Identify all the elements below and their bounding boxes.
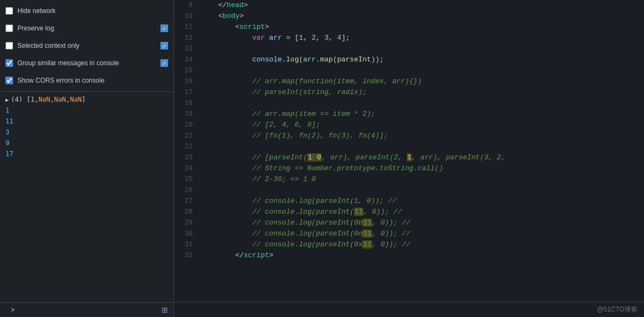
- hide-network-checkbox[interactable]: [5, 7, 13, 15]
- console-num-1: 1: [0, 105, 174, 116]
- array-toggle-arrow[interactable]: ▶: [5, 97, 9, 103]
- console-num-17: 17: [0, 148, 174, 159]
- code-line-17: 17 // parseInt(string, radix);: [174, 87, 644, 98]
- watermark: @51CTO博客: [597, 305, 637, 314]
- console-num-3: 3: [0, 127, 174, 138]
- console-num-11: 11: [0, 116, 174, 127]
- array-val-1: 1: [30, 96, 34, 103]
- code-line-14: 14 console.log(arr.map(parseInt));: [174, 54, 644, 65]
- expand-button[interactable]: >: [5, 305, 20, 315]
- code-line-10: 10 <body>: [174, 11, 644, 22]
- show-cors-checkbox[interactable]: [5, 77, 13, 84]
- code-line-15: 15: [174, 65, 644, 76]
- selected-context-checkbox[interactable]: [5, 42, 13, 49]
- code-line-9: 9 </head>: [174, 0, 644, 11]
- code-line-18: 18: [174, 98, 644, 109]
- line-num-23: 23: [174, 152, 201, 163]
- code-line-13: 13: [174, 43, 644, 54]
- preserve-log-row: Preserve log ✓: [0, 20, 174, 37]
- hide-network-row: Hide network: [0, 2, 174, 20]
- right-panel: 9 </head> 10 <body> 11 <script> 12 var a…: [174, 0, 644, 317]
- code-line-31: 31 // console.log(parseInt(0x11, 0)); //: [174, 239, 644, 250]
- code-line-29: 29 // console.log(parseInt(0b11, 0)); //: [174, 217, 644, 228]
- selected-context-label: Selected context only: [17, 42, 79, 49]
- left-panel: Hide network Preserve log ✓ Selected con…: [0, 0, 174, 317]
- selected-context-blue-indicator: ✓: [160, 42, 168, 49]
- console-output: ▶ (4) [1, NaN, NaN, NaN] 1 11 3 9 17: [0, 92, 174, 302]
- code-line-32: 32 </script>: [174, 250, 644, 261]
- console-num-9: 9: [0, 138, 174, 148]
- code-line-27: 27 // console.log(parseInt(1, 0)); //: [174, 196, 644, 207]
- array-val-4: NaN: [70, 96, 82, 103]
- array-label: (4) [: [11, 96, 30, 103]
- group-similar-label: Group similar messages in console: [17, 59, 119, 67]
- code-line-24: 24 // String => Number.prototype.toStrin…: [174, 163, 644, 174]
- code-line-21: 21 // [fn(1), fn(2), fn(3), fn(4)];: [174, 130, 644, 141]
- code-line-12: 12 var arr = [1, 2, 3, 4];: [174, 33, 644, 43]
- preserve-log-label: Preserve log: [17, 24, 54, 32]
- selected-context-row: Selected context only ✓: [0, 37, 174, 54]
- code-line-11: 11 <script>: [174, 22, 644, 33]
- code-line-23: 23 // [parseInt(1 0, arr), parseInt(2, 1…: [174, 152, 644, 163]
- console-array-row[interactable]: ▶ (4) [1, NaN, NaN, NaN]: [0, 94, 174, 105]
- group-similar-checkbox[interactable]: [5, 59, 13, 67]
- group-similar-blue-indicator: ✓: [160, 59, 168, 67]
- code-line-16: 16 // arr.map(function(item, index, arr)…: [174, 76, 644, 87]
- show-cors-label: Show CORS errors in console: [17, 77, 104, 84]
- code-line-30: 30 // console.log(parseInt(0o11, 0)); //: [174, 228, 644, 239]
- hide-network-label: Hide network: [17, 7, 55, 15]
- settings-section: Hide network Preserve log ✓ Selected con…: [0, 0, 174, 92]
- code-area: 9 </head> 10 <body> 11 <script> 12 var a…: [174, 0, 644, 302]
- group-similar-row: Group similar messages in console ✓: [0, 54, 174, 72]
- array-val-2: NaN: [39, 96, 51, 103]
- code-line-20: 20 // [2, 4, 6, 8];: [174, 120, 644, 130]
- code-line-25: 25 // 2-36; => 1 0: [174, 174, 644, 185]
- code-line-28: 28 // console.log(parseInt(11, 0)); //: [174, 207, 644, 217]
- array-val-3: NaN: [54, 96, 66, 103]
- preserve-log-checkbox[interactable]: [5, 24, 13, 32]
- bottom-bar: @51CTO博客: [174, 302, 644, 317]
- left-bottom-bar: > ⊞: [0, 302, 174, 317]
- code-line-19: 19 // arr.map(item => item * 2);: [174, 109, 644, 120]
- code-line-26: 26: [174, 185, 644, 196]
- preserve-log-blue-indicator: ✓: [160, 24, 168, 32]
- grid-icon[interactable]: ⊞: [162, 306, 168, 314]
- show-cors-row: Show CORS errors in console: [0, 72, 174, 89]
- code-line-22: 22: [174, 141, 644, 152]
